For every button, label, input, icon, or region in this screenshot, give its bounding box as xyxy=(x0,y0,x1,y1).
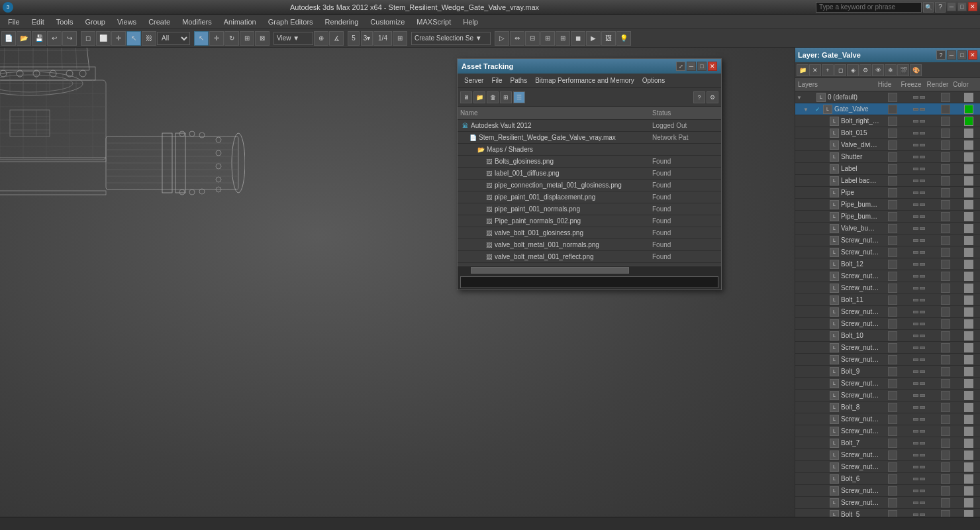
layer-expand-arrow[interactable] xyxy=(810,511,819,517)
layer-color-swatch-cell[interactable] xyxy=(959,212,979,221)
layer-expand-arrow[interactable] xyxy=(810,487,819,494)
layer-hide-control[interactable] xyxy=(879,200,906,209)
layer-expand-arrow[interactable] xyxy=(810,201,819,208)
layer-render-control[interactable] xyxy=(932,331,959,341)
layer-hide-box[interactable] xyxy=(888,427,897,436)
layer-render-box[interactable] xyxy=(941,427,950,436)
layer-render-box[interactable] xyxy=(941,367,950,376)
layer-render-control[interactable] xyxy=(932,188,959,197)
asset-list-item[interactable]: 🖼 valve_bolt_metal_001_normals.png Found xyxy=(458,239,721,251)
asset-list[interactable]: 🏛 Autodesk Vault 2012 Logged Out 📄 Stem_… xyxy=(458,120,721,266)
layer-render-control[interactable] xyxy=(932,343,959,352)
layer-render-box[interactable] xyxy=(941,236,950,245)
layer-list-item[interactable]: L Screw_nut_21 xyxy=(795,342,980,354)
layer-delete-button[interactable]: ✕ xyxy=(809,64,821,76)
layer-list-item[interactable]: L Bolt_6 xyxy=(795,473,980,485)
layer-expand-arrow[interactable] xyxy=(810,463,819,470)
layer-render-all-button[interactable]: 🎬 xyxy=(897,64,909,76)
layer-render-control[interactable] xyxy=(932,129,959,138)
layer-render-box[interactable] xyxy=(941,391,950,400)
layer-expand-arrow[interactable] xyxy=(810,177,819,184)
asset-list-item[interactable]: 📂 Maps / Shaders xyxy=(458,144,721,156)
layer-color-button[interactable]: 🎨 xyxy=(910,64,922,76)
asset-list-item[interactable]: 🖼 valve_bolt_001_glosiness.png Found xyxy=(458,227,721,239)
layer-color-swatch-cell[interactable] xyxy=(959,474,979,484)
layer-hide-box[interactable] xyxy=(888,486,897,496)
layer-render-control[interactable] xyxy=(932,367,959,376)
layers-close-button[interactable]: ✕ xyxy=(968,50,977,60)
layer-expand-arrow[interactable] xyxy=(810,225,819,232)
layer-list-item[interactable]: L Screw_nut_23 xyxy=(795,270,980,282)
layer-hide-control[interactable] xyxy=(879,272,906,281)
layer-freeze-control[interactable] xyxy=(906,430,932,433)
layer-expand-arrow[interactable] xyxy=(810,272,819,280)
layer-render-control[interactable] xyxy=(932,140,959,150)
layer-color-swatch-cell[interactable] xyxy=(959,391,979,400)
layer-render-box[interactable] xyxy=(941,140,950,150)
layer-hide-box[interactable] xyxy=(888,129,897,138)
asset-scrollbar-thumb[interactable] xyxy=(471,267,629,274)
layer-select-objects-button[interactable]: ◻ xyxy=(834,64,846,76)
layer-color-swatch-cell[interactable] xyxy=(959,439,979,448)
layer-hide-control[interactable] xyxy=(879,212,906,221)
asset-minimize-button[interactable]: ─ xyxy=(687,62,696,71)
layer-hide-box[interactable] xyxy=(888,105,897,114)
layer-expand-arrow[interactable] xyxy=(810,499,819,506)
layer-hide-box[interactable] xyxy=(888,117,897,126)
select-and-move-button[interactable]: ✛ xyxy=(209,31,224,46)
layer-hide-control[interactable] xyxy=(879,486,906,496)
new-button[interactable]: 📄 xyxy=(1,31,16,46)
asset-settings-button[interactable]: ⚙ xyxy=(707,91,718,103)
layer-render-box[interactable] xyxy=(941,295,950,305)
layer-render-control[interactable] xyxy=(932,236,959,245)
asset-list-item[interactable]: 🖼 label_001_diffuse.png Found xyxy=(458,168,721,180)
layer-freeze-control[interactable] xyxy=(906,466,932,468)
select-transform-button[interactable]: ↖ xyxy=(194,31,209,46)
layer-color-swatch-cell[interactable] xyxy=(959,498,979,507)
layer-hide-all-button[interactable]: 👁 xyxy=(872,64,884,76)
layer-hide-control[interactable] xyxy=(879,367,906,376)
layer-freeze-control[interactable] xyxy=(906,227,932,230)
layer-hide-box[interactable] xyxy=(888,248,897,257)
layer-hide-box[interactable] xyxy=(888,200,897,209)
render-setup-btn[interactable]: ◼ xyxy=(571,31,585,46)
layer-list-item[interactable]: L Screw_nut_10 xyxy=(795,318,980,330)
layer-render-control[interactable] xyxy=(932,439,959,448)
percent-btn[interactable]: 1/4 xyxy=(373,31,392,46)
layer-expand-arrow[interactable] xyxy=(810,237,819,244)
spinner-btn[interactable]: 5 xyxy=(348,31,360,46)
layers-maximize-button[interactable]: □ xyxy=(957,50,967,60)
layer-hide-control[interactable] xyxy=(879,307,906,317)
layer-hide-control[interactable] xyxy=(879,462,906,472)
layer-render-control[interactable] xyxy=(932,355,959,364)
layer-render-box[interactable] xyxy=(941,355,950,364)
layer-freeze-control[interactable] xyxy=(906,263,932,266)
layer-color-swatch-cell[interactable] xyxy=(959,486,979,496)
layer-list-item[interactable]: L Screw_nut_19 xyxy=(795,413,980,425)
layer-render-box[interactable] xyxy=(941,272,950,281)
layer-hide-box[interactable] xyxy=(888,391,897,400)
layer-expand-arrow[interactable] xyxy=(810,260,819,268)
layer-freeze-control[interactable] xyxy=(906,191,932,194)
layer-freeze-control[interactable] xyxy=(906,144,932,146)
layer-freeze-control[interactable] xyxy=(906,120,932,123)
layer-color-swatch-cell[interactable] xyxy=(959,236,979,245)
layer-list-item[interactable]: L Bolt_9 xyxy=(795,366,980,378)
layer-new-button[interactable]: 📁 xyxy=(797,64,808,76)
layer-hide-control[interactable] xyxy=(879,188,906,197)
layer-hide-control[interactable] xyxy=(879,391,906,400)
layer-color-swatch-cell[interactable] xyxy=(959,367,979,376)
layer-expand-arrow[interactable] xyxy=(810,320,819,327)
layer-render-box[interactable] xyxy=(941,164,950,174)
layer-render-box[interactable] xyxy=(941,260,950,269)
layer-hide-control[interactable] xyxy=(879,152,906,162)
layer-color-swatch-cell[interactable] xyxy=(959,415,979,424)
layer-hide-box[interactable] xyxy=(888,140,897,150)
layer-hide-control[interactable] xyxy=(879,415,906,424)
layer-list-item[interactable]: L Bolt_11 xyxy=(795,294,980,306)
layer-render-box[interactable] xyxy=(941,379,950,388)
layer-expand-arrow[interactable] xyxy=(810,248,819,256)
layer-hide-control[interactable] xyxy=(879,93,906,102)
layer-hide-box[interactable] xyxy=(888,188,897,197)
layer-set-current-button[interactable]: ◈ xyxy=(847,64,859,76)
